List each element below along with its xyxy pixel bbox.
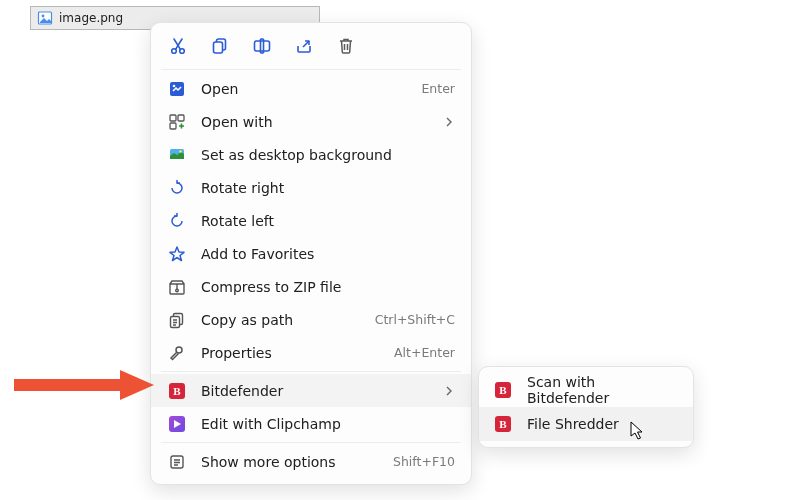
- svg-point-1: [42, 15, 45, 18]
- svg-rect-11: [170, 123, 176, 129]
- rotate-right-icon: [167, 178, 187, 198]
- rename-icon[interactable]: [251, 35, 273, 57]
- rotate-left-icon: [167, 211, 187, 231]
- svg-rect-26: [14, 379, 124, 391]
- menu-label: Show more options: [201, 454, 393, 470]
- menu-label: Edit with Clipchamp: [201, 416, 455, 432]
- svg-point-13: [179, 150, 182, 153]
- delete-icon[interactable]: [335, 35, 357, 57]
- svg-text:B: B: [173, 385, 181, 397]
- svg-point-8: [173, 84, 176, 87]
- menu-item-show-more[interactable]: Show more options Shift+F10: [151, 445, 471, 478]
- menu-separator: [161, 69, 461, 70]
- svg-rect-5: [214, 42, 223, 53]
- menu-label: Compress to ZIP file: [201, 279, 455, 295]
- menu-label: Open: [201, 81, 421, 97]
- svg-text:B: B: [499, 418, 507, 430]
- copy-icon[interactable]: [209, 35, 231, 57]
- clipchamp-icon: [167, 414, 187, 434]
- menu-item-set-background[interactable]: Set as desktop background: [151, 138, 471, 171]
- open-icon: [167, 79, 187, 99]
- cut-icon[interactable]: [167, 35, 189, 57]
- menu-item-bitdefender[interactable]: B Bitdefender: [151, 374, 471, 407]
- desktop-background-icon: [167, 145, 187, 165]
- submenu-item-file-shredder[interactable]: B File Shredder: [479, 407, 693, 441]
- menu-item-open-with[interactable]: Open with: [151, 105, 471, 138]
- menu-shortcut: Alt+Enter: [394, 345, 455, 360]
- menu-item-rotate-right[interactable]: Rotate right: [151, 171, 471, 204]
- svg-point-14: [176, 289, 179, 292]
- share-icon[interactable]: [293, 35, 315, 57]
- context-menu: Open Enter Open with Set as desktop back…: [150, 22, 472, 485]
- menu-item-copy-path[interactable]: Copy as path Ctrl+Shift+C: [151, 303, 471, 336]
- bitdefender-icon: B: [493, 414, 513, 434]
- menu-item-properties[interactable]: Properties Alt+Enter: [151, 336, 471, 369]
- annotation-arrow: [14, 370, 154, 400]
- open-with-icon: [167, 112, 187, 132]
- bitdefender-icon: B: [493, 380, 513, 400]
- menu-shortcut: Shift+F10: [393, 454, 455, 469]
- menu-label: Add to Favorites: [201, 246, 455, 262]
- chevron-right-icon: [443, 385, 455, 397]
- menu-item-open[interactable]: Open Enter: [151, 72, 471, 105]
- submenu-label: File Shredder: [527, 416, 679, 432]
- svg-rect-10: [178, 115, 184, 121]
- menu-item-favorites[interactable]: Add to Favorites: [151, 237, 471, 270]
- star-icon: [167, 244, 187, 264]
- submenu-label: Scan with Bitdefender: [527, 374, 679, 406]
- menu-label: Set as desktop background: [201, 147, 455, 163]
- menu-label: Rotate right: [201, 180, 455, 196]
- zip-icon: [167, 277, 187, 297]
- context-menu-toolbar: [151, 29, 471, 67]
- menu-label: Rotate left: [201, 213, 455, 229]
- file-name-label: image.png: [59, 11, 123, 25]
- menu-separator: [161, 442, 461, 443]
- image-file-icon: [37, 10, 53, 26]
- menu-label: Properties: [201, 345, 394, 361]
- menu-item-rotate-left[interactable]: Rotate left: [151, 204, 471, 237]
- svg-text:B: B: [499, 384, 507, 396]
- menu-label: Copy as path: [201, 312, 375, 328]
- menu-label: Open with: [201, 114, 437, 130]
- menu-item-compress[interactable]: Compress to ZIP file: [151, 270, 471, 303]
- svg-marker-27: [120, 370, 154, 400]
- menu-item-clipchamp[interactable]: Edit with Clipchamp: [151, 407, 471, 440]
- menu-shortcut: Enter: [421, 81, 455, 96]
- chevron-right-icon: [443, 116, 455, 128]
- menu-label: Bitdefender: [201, 383, 437, 399]
- submenu-item-scan[interactable]: B Scan with Bitdefender: [479, 373, 693, 407]
- bitdefender-icon: B: [167, 381, 187, 401]
- properties-icon: [167, 343, 187, 363]
- svg-rect-9: [170, 115, 176, 121]
- svg-rect-6: [255, 41, 270, 51]
- menu-shortcut: Ctrl+Shift+C: [375, 312, 455, 327]
- bitdefender-submenu: B Scan with Bitdefender B File Shredder: [478, 366, 694, 448]
- menu-separator: [161, 371, 461, 372]
- copy-path-icon: [167, 310, 187, 330]
- show-more-icon: [167, 452, 187, 472]
